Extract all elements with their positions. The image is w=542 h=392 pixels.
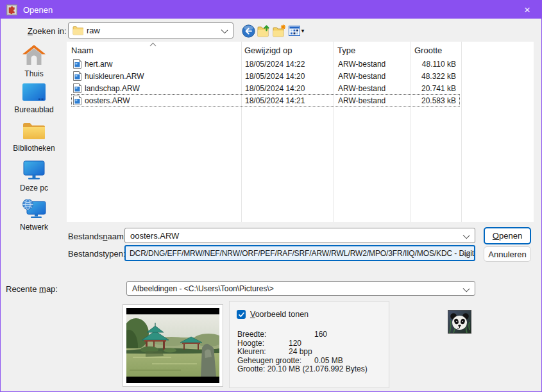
file-size: 20.741 kB [421, 84, 456, 93]
cancel-button[interactable]: Annuleren [484, 246, 531, 262]
chevron-down-icon [463, 232, 470, 239]
file-size: 48.110 kB [422, 60, 456, 69]
image-info: Breedte:160 Hoogte:120 Kleuren:24 bpp Ge… [237, 330, 385, 373]
filetypes-value: DCR/DNG/EFF/MRW/NEF/NRW/ORF/PEF/RAF/SRF/… [130, 249, 474, 258]
chevron-down-icon [221, 27, 228, 34]
file-size-line: Grootte: 20.10 MB (21.076.992 Bytes) [237, 364, 385, 373]
preview-info-panel: Voorbeeld tonen Breedte:160 Hoogte:120 K… [229, 301, 389, 388]
filename-value: oosters.ARW [130, 231, 179, 241]
sidebar-item-deze-pc[interactable]: Deze pc [4, 160, 64, 196]
file-name: huiskleuren.ARW [85, 72, 144, 81]
info-value: 24 bpp [289, 347, 312, 356]
table-row-selected[interactable]: oosters.ARW 18/05/2024 14:21 ARW-bestand… [71, 94, 460, 107]
image-file-icon [73, 96, 81, 105]
chevron-down-icon [463, 285, 470, 293]
places-sidebar: Thuis Bureaublad Bibliotheken [4, 40, 64, 233]
folder-icon [72, 26, 83, 35]
list-header: Naam Gewijzigd op Type Grootte [67, 42, 534, 57]
network-icon [22, 198, 46, 219]
close-icon: × [524, 4, 530, 15]
sidebar-item-bureaublad[interactable]: Bureaublad [4, 83, 64, 119]
image-file-icon [73, 83, 81, 93]
folder-up-icon [257, 24, 271, 38]
file-size: 20.583 kB [421, 96, 456, 105]
show-preview-label: Voorbeeld tonen [250, 310, 309, 319]
column-header-naam[interactable]: Naam [71, 46, 94, 55]
file-name: oosters.ARW [85, 96, 130, 105]
home-icon [21, 44, 47, 66]
column-header-gewijzigd[interactable]: Gewijzigd op [244, 46, 292, 55]
look-in-label: Zoeken in: [28, 26, 67, 36]
table-row[interactable]: landschap.ARW 18/05/2024 14:20 ARW-besta… [71, 82, 460, 94]
panda-logo [448, 310, 471, 334]
file-name: landschap.ARW [85, 84, 140, 93]
views-button[interactable]: ▾ [287, 24, 306, 38]
file-list: Naam Gewijzigd op Type Grootte hert.arw … [67, 42, 534, 222]
info-label: Kleuren: [237, 347, 266, 356]
table-row[interactable]: huiskleuren.ARW 18/05/2024 14:20 ARW-bes… [71, 70, 460, 82]
image-file-icon [73, 71, 81, 81]
up-one-level-button[interactable] [257, 24, 271, 38]
file-type: ARW-bestand [338, 72, 385, 81]
column-header-type[interactable]: Type [337, 46, 355, 55]
file-type: ARW-bestand [338, 60, 385, 69]
open-dialog: Openen × Zoeken in: raw [0, 0, 542, 392]
file-modified: 18/05/2024 14:20 [245, 72, 305, 81]
filetypes-label: Bestandstypen: [68, 249, 126, 259]
filetypes-dropdown[interactable]: DCR/DNG/EFF/MRW/NEF/NRW/ORF/PEF/RAF/SRF/… [124, 245, 475, 261]
recent-folder-dropdown[interactable]: Afbeeldingen - <C:\Users\Toon\Pictures\> [126, 281, 475, 296]
close-button[interactable]: × [513, 1, 541, 19]
new-folder-button[interactable] [272, 24, 286, 38]
computer-icon [22, 160, 46, 180]
info-value: 120 [289, 339, 301, 348]
file-type: ARW-bestand [338, 96, 385, 105]
sidebar-item-bibliotheken[interactable]: Bibliotheken [4, 121, 64, 157]
file-modified: 18/05/2024 14:20 [245, 84, 305, 93]
show-preview-checkbox[interactable] [237, 310, 246, 319]
info-label: Geheugen grootte: [237, 356, 301, 365]
title-bar: Openen × [1, 1, 541, 19]
open-button[interactable]: Openen [484, 227, 531, 244]
look-in-value: raw [87, 26, 100, 35]
preview-thumbnail [123, 304, 223, 387]
file-rows: hert.arw 18/05/2024 14:22 ARW-bestand 48… [67, 58, 534, 107]
info-value: 160 [314, 330, 327, 339]
back-icon [242, 24, 255, 38]
checkmark-icon [238, 311, 245, 318]
look-in-dropdown[interactable]: raw [68, 22, 233, 38]
info-value: 0.05 MB [314, 356, 343, 365]
views-icon [289, 26, 300, 36]
file-modified: 18/05/2024 14:21 [245, 96, 305, 105]
sort-ascending-icon [150, 43, 157, 49]
recent-folder-value: Afbeeldingen - <C:\Users\Toon\Pictures\> [132, 284, 274, 293]
sidebar-item-thuis[interactable]: Thuis [4, 44, 64, 80]
file-modified: 18/05/2024 14:22 [245, 60, 305, 69]
column-header-grootte[interactable]: Grootte [414, 46, 442, 55]
back-button[interactable] [241, 24, 255, 38]
table-row[interactable]: hert.arw 18/05/2024 14:22 ARW-bestand 48… [71, 58, 460, 70]
image-file-icon [73, 59, 81, 69]
thumbnail-image [126, 314, 219, 377]
window-title: Openen [23, 5, 53, 15]
file-size: 48.322 kB [421, 72, 456, 81]
sidebar-item-netwerk[interactable]: Netwerk [4, 198, 64, 234]
views-dropdown-arrow-icon: ▾ [301, 28, 305, 34]
filename-input[interactable]: oosters.ARW [124, 228, 475, 243]
app-puzzle-icon [6, 4, 17, 15]
panda-icon [448, 311, 471, 333]
desktop-icon [22, 83, 46, 102]
libraries-icon [22, 121, 46, 141]
new-folder-icon [273, 24, 286, 38]
filename-label: Bestandsnaam: [68, 232, 126, 241]
file-name: hert.arw [85, 60, 112, 69]
file-type: ARW-bestand [338, 84, 385, 93]
info-label: Breedte: [237, 330, 266, 339]
recent-folder-label: Recente map: [6, 284, 58, 294]
info-label: Hoogte: [237, 339, 264, 348]
